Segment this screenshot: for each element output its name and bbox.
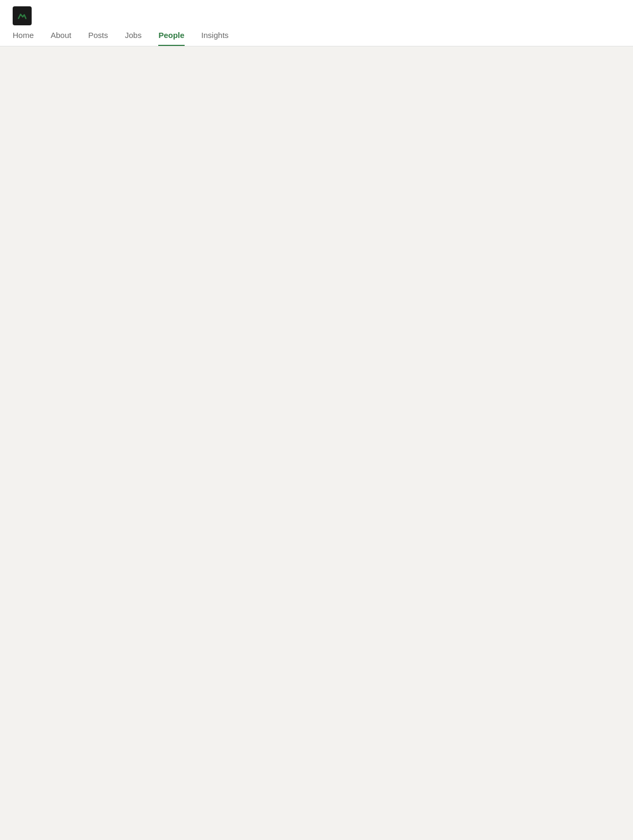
brand-logo	[13, 6, 32, 25]
nav-item-home[interactable]: Home	[13, 31, 34, 46]
brand-row	[13, 6, 620, 25]
nav-item-about[interactable]: About	[51, 31, 71, 46]
main-content	[0, 46, 633, 68]
nav-item-people[interactable]: People	[158, 31, 184, 46]
nav-item-posts[interactable]: Posts	[88, 31, 108, 46]
nav-item-insights[interactable]: Insights	[202, 31, 229, 46]
nav: HomeAboutPostsJobsPeopleInsights	[13, 31, 620, 46]
header: HomeAboutPostsJobsPeopleInsights	[0, 0, 633, 46]
nav-item-jobs[interactable]: Jobs	[125, 31, 142, 46]
